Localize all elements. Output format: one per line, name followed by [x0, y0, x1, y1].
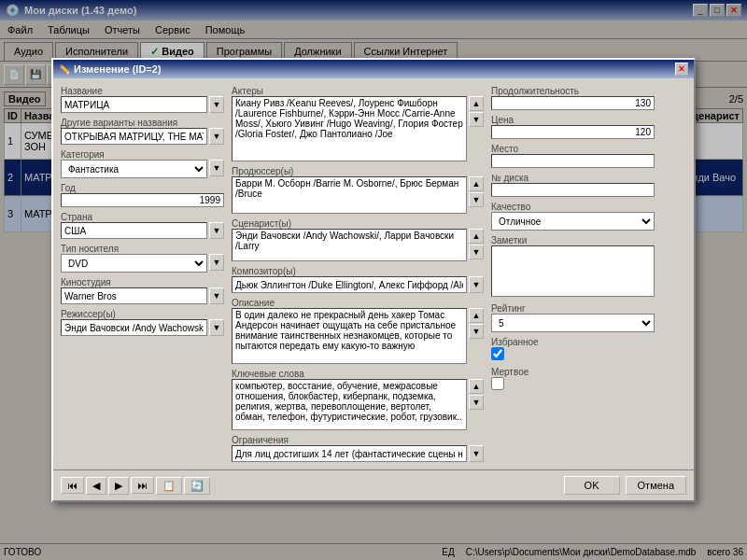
name-input[interactable] — [61, 96, 207, 113]
script-btn2[interactable]: ▼ — [469, 245, 484, 259]
nav-refresh-btn[interactable]: 🔄 — [184, 477, 210, 495]
country-btn[interactable]: ▼ — [209, 222, 224, 239]
desc-btn2[interactable]: ▼ — [469, 324, 484, 339]
quality-select[interactable]: Отличное — [491, 212, 655, 231]
rating-select[interactable]: 5 — [491, 314, 655, 332]
dialog-icon: ✏️ — [59, 64, 70, 75]
favorite-label: Избранное — [491, 337, 655, 347]
category-btn[interactable]: ▼ — [209, 160, 224, 176]
director-btn[interactable]: ▼ — [209, 319, 224, 336]
keywords-textarea[interactable]: компьютер, восстание, обучение, межрасов… — [232, 379, 467, 430]
country-input[interactable] — [61, 222, 207, 239]
location-label: Место — [491, 144, 655, 154]
actors-btn2[interactable]: ▼ — [469, 112, 484, 127]
duration-input[interactable] — [491, 96, 655, 110]
studio-input[interactable] — [61, 287, 207, 304]
kw-btn2[interactable]: ▼ — [469, 395, 484, 410]
disk-number-input[interactable] — [491, 183, 655, 197]
year-label: Год — [61, 183, 224, 193]
producer-btn1[interactable]: ▲ — [469, 176, 484, 191]
actors-label: Актеры — [232, 86, 484, 96]
script-textarea[interactable]: Энди Вачовски /Andy Wachowski/, Ларри Ва… — [232, 229, 467, 261]
price-label: Цена — [491, 115, 655, 125]
nav-prev-btn[interactable]: ◀ — [86, 477, 106, 495]
dialog-close-button[interactable]: ✕ — [675, 63, 688, 76]
script-btn1[interactable]: ▲ — [469, 229, 484, 244]
category-label: Категория — [61, 149, 224, 160]
restrictions-btn[interactable]: ▼ — [469, 445, 484, 462]
restrictions-label: Ограничения — [232, 435, 484, 445]
dialog-title-bar: ✏️ Изменение (ID=2) ✕ — [53, 60, 694, 78]
media-label: Тип носителя — [61, 244, 224, 254]
restrictions-input[interactable] — [232, 445, 467, 462]
studio-btn[interactable]: ▼ — [209, 287, 224, 304]
dead-label: Мертвое — [491, 367, 655, 377]
dead-checkbox[interactable] — [491, 377, 504, 390]
nav-last-btn[interactable]: ⏭ — [131, 477, 154, 494]
nav-first-btn[interactable]: ⏮ — [61, 477, 84, 494]
composer-btn[interactable]: ▼ — [469, 276, 484, 293]
notes-textarea[interactable] — [491, 245, 655, 297]
nav-add-btn[interactable]: 📋 — [156, 477, 182, 495]
name-label: Название — [61, 86, 224, 96]
category-select[interactable]: Фантастика — [61, 160, 207, 178]
media-select[interactable]: DVD — [61, 254, 207, 273]
cancel-button[interactable]: Отмена — [626, 476, 686, 495]
script-label: Сценарист(ы) — [232, 218, 484, 229]
notes-label: Заметки — [491, 235, 655, 245]
kw-btn1[interactable]: ▲ — [469, 379, 484, 394]
producer-textarea[interactable]: Барри М. Осборн /Barrie M. Osborne/, Брю… — [232, 176, 467, 214]
composer-input[interactable] — [232, 276, 467, 293]
quality-label: Качество — [491, 202, 655, 212]
keywords-label: Ключевые слова — [232, 369, 484, 379]
producer-btn2[interactable]: ▼ — [469, 192, 484, 207]
duration-label: Продолжительность — [491, 86, 655, 96]
desc-btn1[interactable]: ▲ — [469, 308, 484, 323]
dialog-title: Изменение (ID=2) — [74, 63, 162, 75]
alt-names-input[interactable] — [61, 128, 207, 145]
year-input[interactable] — [61, 193, 224, 207]
nav-next-btn[interactable]: ▶ — [108, 477, 129, 495]
country-label: Страна — [61, 212, 224, 222]
studio-label: Киностудия — [61, 277, 224, 287]
dialog-left-col: Название ▼ Другие варианты названия ▼ — [61, 86, 224, 462]
alt-names-label: Другие варианты названия — [61, 118, 224, 128]
location-input[interactable] — [491, 154, 655, 168]
director-label: Режиссер(ы) — [61, 309, 224, 319]
dialog-ok-cancel: OK Отмена — [564, 476, 686, 495]
price-input[interactable] — [491, 125, 655, 139]
actors-btn1[interactable]: ▲ — [469, 96, 484, 111]
producer-label: Продюссер(ы) — [232, 166, 484, 176]
disk-number-label: № диска — [491, 173, 655, 183]
description-label: Описание — [232, 298, 484, 308]
dialog-right-col: Продолжительность Цена Место № диска — [491, 86, 655, 462]
dialog-nav: ⏮ ◀ ▶ ⏭ 📋 🔄 — [61, 477, 210, 495]
description-textarea[interactable]: В один далеко не прекрасный день хакер Т… — [232, 308, 467, 364]
actors-textarea[interactable]: Киану Ривз /Keanu Reeves/, Лоуренс Фишбо… — [232, 96, 467, 161]
rating-label: Рейтинг — [491, 303, 655, 314]
favorite-checkbox[interactable] — [491, 347, 504, 360]
ok-button[interactable]: OK — [564, 476, 620, 495]
dialog-body: Название ▼ Другие варианты названия ▼ — [53, 78, 694, 469]
director-input[interactable] — [61, 319, 207, 336]
dialog-footer: ⏮ ◀ ▶ ⏭ 📋 🔄 OK Отмена — [53, 469, 694, 500]
media-btn[interactable]: ▼ — [209, 254, 224, 271]
name-edit-btn[interactable]: ▼ — [209, 96, 224, 113]
alt-names-edit-btn[interactable]: ▼ — [209, 128, 224, 145]
dialog-overlay: ✏️ Изменение (ID=2) ✕ Название ▼ — [0, 0, 747, 560]
composer-label: Композитор(ы) — [232, 266, 484, 276]
dialog-middle-col: Актеры Киану Ривз /Keanu Reeves/, Лоурен… — [232, 86, 484, 462]
dialog: ✏️ Изменение (ID=2) ✕ Название ▼ — [51, 58, 696, 502]
